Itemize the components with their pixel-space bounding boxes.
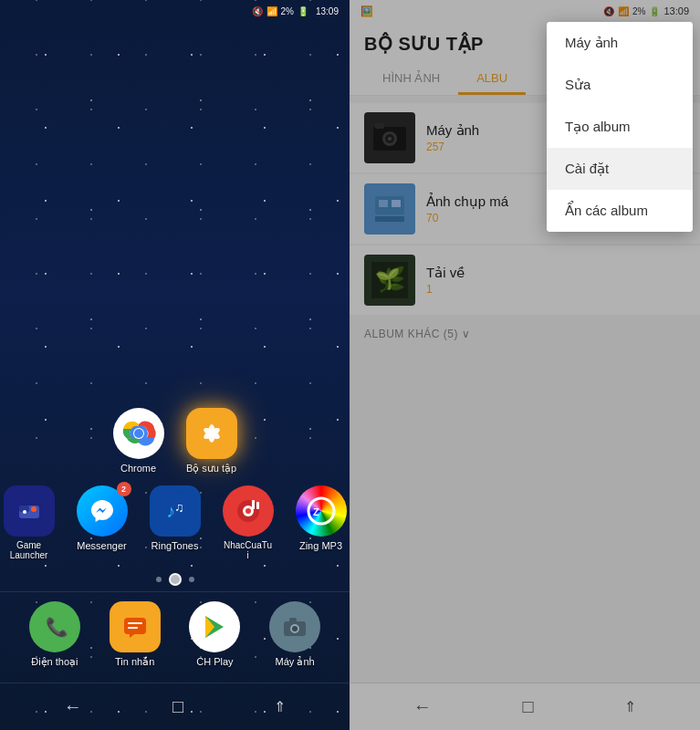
game-launcher-icon bbox=[4, 485, 55, 537]
mute-icon: 🔇 bbox=[252, 6, 263, 16]
camera-svg bbox=[280, 612, 309, 641]
svg-text:📞: 📞 bbox=[46, 616, 68, 638]
page-dots bbox=[0, 568, 350, 591]
dock-row: 📞 Điện thoại Tin nh bbox=[15, 601, 335, 668]
camera-dock-app[interactable]: Máy ảnh bbox=[269, 601, 320, 668]
phone-label: Điện thoại bbox=[31, 656, 78, 668]
svg-rect-24 bbox=[128, 627, 138, 629]
app-area: Chrome Bộ sưu tập bbox=[0, 22, 350, 683]
messenger-icon-wrapper: 2 bbox=[77, 485, 128, 537]
bst-icon bbox=[195, 417, 228, 450]
chrome-icon bbox=[120, 415, 157, 452]
chplay-icon bbox=[189, 601, 240, 652]
nav-bar-left: ← □ ⇑ bbox=[0, 683, 350, 730]
svg-rect-32 bbox=[289, 618, 297, 622]
svg-rect-17 bbox=[252, 500, 255, 509]
bst-label: Bộ sưu tập bbox=[186, 463, 236, 474]
camera-dock-label: Máy ảnh bbox=[276, 656, 315, 668]
messages-icon bbox=[110, 601, 161, 652]
dot-3 bbox=[189, 577, 194, 582]
ringtones-app[interactable]: ♪ ♫ RingTones bbox=[150, 485, 201, 560]
main-app-row: Chrome Bộ sưu tập bbox=[0, 401, 350, 482]
chrome-icon-bg bbox=[113, 408, 164, 459]
svg-text:Z: Z bbox=[313, 506, 319, 517]
menu-sua[interactable]: Sửa bbox=[547, 64, 693, 106]
chplay-app[interactable]: CH Play bbox=[189, 601, 240, 668]
chplay-label: CH Play bbox=[196, 656, 233, 667]
messenger-label: Messenger bbox=[77, 540, 126, 551]
left-panel: 🔇 📶 2% 🔋 13:09 bbox=[0, 0, 350, 730]
messenger-badge: 2 bbox=[117, 482, 131, 496]
svg-point-11 bbox=[23, 510, 26, 514]
phone-svg: 📞 bbox=[41, 613, 68, 641]
chrome-label: Chrome bbox=[120, 463, 156, 474]
play-svg bbox=[200, 612, 229, 641]
svg-rect-18 bbox=[256, 502, 259, 509]
nhaccuatui-icon bbox=[223, 485, 274, 537]
time-left: 13:09 bbox=[316, 6, 339, 16]
game-launcher-app[interactable]: GameLauncher bbox=[4, 485, 55, 560]
phone-icon: 📞 bbox=[29, 601, 80, 652]
messages-label: Tin nhắn bbox=[115, 656, 154, 668]
svg-rect-23 bbox=[128, 622, 142, 624]
svg-point-7 bbox=[208, 430, 215, 437]
second-app-row: GameLauncher 2 Messenger bbox=[0, 482, 350, 568]
nhac-svg bbox=[234, 496, 263, 526]
music-icon: ♪ ♫ bbox=[162, 497, 189, 525]
dot-1 bbox=[156, 577, 162, 582]
bst-app[interactable]: Bộ sưu tập bbox=[186, 408, 237, 474]
chrome-app[interactable]: Chrome bbox=[113, 408, 164, 474]
battery-text: 2% bbox=[281, 6, 294, 16]
messages-svg bbox=[120, 612, 150, 641]
status-bar-left: 🔇 📶 2% 🔋 13:09 bbox=[0, 0, 350, 22]
nhaccuatui-label: NhacCuaTui bbox=[224, 540, 272, 560]
bst-icon-bg bbox=[186, 408, 237, 459]
ringtones-icon: ♪ ♫ bbox=[150, 485, 201, 537]
messenger-svg bbox=[88, 496, 117, 526]
zing-mp3-app[interactable]: Z Zing MP3 bbox=[296, 485, 347, 560]
game-icon bbox=[16, 497, 43, 525]
camera-dock-icon bbox=[269, 601, 320, 652]
signal-icon: 📶 bbox=[266, 6, 277, 16]
svg-point-31 bbox=[292, 626, 298, 631]
menu-an-album[interactable]: Ẩn các album bbox=[547, 190, 693, 232]
svg-point-3 bbox=[134, 429, 143, 438]
zing-icon: Z bbox=[296, 485, 347, 537]
back-button-left[interactable]: ← bbox=[53, 693, 93, 721]
menu-may-anh[interactable]: Máy ảnh bbox=[547, 22, 693, 64]
ringtones-label: RingTones bbox=[151, 540, 199, 551]
svg-text:♫: ♫ bbox=[174, 500, 184, 515]
right-panel: 🖼️ 🔇 📶 2% 🔋 13:09 BỘ SƯU TẬP HÌNH ẢNH AL… bbox=[350, 0, 700, 730]
svg-point-16 bbox=[246, 508, 251, 514]
menu-tao-album[interactable]: Tạo album bbox=[547, 106, 693, 148]
dropdown-menu: Máy ảnh Sửa Tạo album Cài đặt Ẩn các alb… bbox=[547, 22, 693, 232]
status-icons-left: 🔇 📶 2% 🔋 13:09 bbox=[252, 6, 339, 16]
zing-svg: Z bbox=[307, 496, 336, 526]
phone-app[interactable]: 📞 Điện thoại bbox=[29, 601, 80, 668]
messages-app[interactable]: Tin nhắn bbox=[110, 601, 161, 668]
nhaccuatui-app[interactable]: NhacCuaTui bbox=[223, 485, 274, 560]
game-launcher-label: GameLauncher bbox=[10, 540, 48, 560]
zing-mp3-label: Zing MP3 bbox=[299, 540, 342, 551]
battery-icon: 🔋 bbox=[298, 6, 308, 16]
recent-button-left[interactable]: ⇑ bbox=[263, 694, 297, 719]
dot-home bbox=[169, 573, 182, 586]
svg-point-10 bbox=[31, 506, 37, 512]
svg-rect-22 bbox=[124, 618, 146, 634]
messenger-app[interactable]: 2 Messenger bbox=[77, 485, 128, 560]
home-button-left[interactable]: □ bbox=[162, 693, 194, 721]
menu-cai-dat[interactable]: Cài đặt bbox=[547, 148, 693, 190]
dock-area: 📞 Điện thoại Tin nh bbox=[0, 591, 350, 673]
